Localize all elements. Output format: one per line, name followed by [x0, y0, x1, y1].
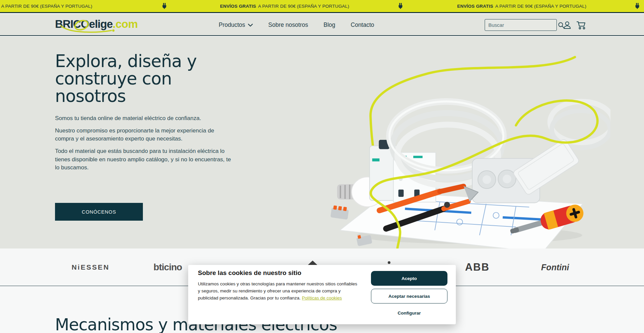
- cart-icon[interactable]: [576, 20, 586, 30]
- plug-icon: [397, 2, 404, 10]
- promo-message: ENVÍOS GRATIS A PARTIR DE 90€ (ESPAÑA Y …: [0, 0, 92, 12]
- account-icon[interactable]: [562, 20, 572, 30]
- plug-icon: [161, 2, 168, 10]
- site-header: BRICOelige.com Productos Sobre nosotros …: [0, 14, 644, 36]
- hero-heading: Explora, diseña y construye con nosotros: [55, 53, 236, 105]
- conocenos-button[interactable]: CONÓCENOS: [55, 203, 143, 221]
- cookie-dialog-body: Utilizamos cookies y otras tecnologías p…: [198, 280, 360, 301]
- brand-logo-fontini[interactable]: Fontini: [533, 248, 577, 286]
- brand-logo-text: bticino: [154, 262, 182, 273]
- nav-item-sobre-nosotros[interactable]: Sobre nosotros: [268, 21, 308, 29]
- promo-rest-text: A PARTIR DE 90€ (ESPAÑA Y PORTUGAL): [1, 4, 92, 9]
- chevron-down-icon: [248, 23, 253, 27]
- search-box: [485, 19, 557, 31]
- promo-message: ENVÍOS GRATIS A PARTIR DE 90€ (ESPAÑA Y …: [457, 0, 586, 12]
- cookie-policy-link[interactable]: Políticas de cookies: [302, 295, 342, 300]
- brand-logo-niessen[interactable]: NiESSEN: [64, 248, 117, 286]
- hero-paragraph: Nuestro compromiso es proporcionarte la …: [55, 127, 233, 143]
- main-nav: Productos Sobre nosotros Blog Contacto: [219, 14, 374, 36]
- nav-item-productos[interactable]: Productos: [219, 21, 253, 29]
- brand-logo-text: NiESSEN: [71, 263, 109, 271]
- configure-cookies-button[interactable]: Configurar: [371, 308, 447, 318]
- promo-rest-text: A PARTIR DE 90€ (ESPAÑA Y PORTUGAL): [258, 4, 349, 9]
- cookie-consent-dialog: Sobre las cookies de nuestro sitio Utili…: [188, 265, 456, 324]
- nav-label: Productos: [219, 21, 245, 29]
- nav-item-contacto[interactable]: Contacto: [351, 21, 374, 29]
- hero-section: Explora, diseña y construye con nosotros…: [0, 37, 644, 248]
- hero-illustration: [329, 37, 610, 248]
- nav-label: Sobre nosotros: [268, 21, 308, 29]
- brand-logo-bticino[interactable]: bticino: [144, 248, 191, 286]
- plug-icon: [634, 2, 641, 10]
- logo-main-text: BRICOelige: [55, 18, 113, 30]
- search-input[interactable]: [485, 22, 558, 28]
- nav-label: Blog: [323, 21, 335, 29]
- promo-banner: ENVÍOS GRATIS A PARTIR DE 90€ (ESPAÑA Y …: [0, 0, 644, 13]
- brand-logo-text: ABB: [465, 261, 489, 273]
- cookie-dialog-title: Sobre las cookies de nuestro sitio: [198, 269, 301, 277]
- accept-cookies-button[interactable]: Acepto: [371, 271, 447, 286]
- nav-label: Contacto: [351, 21, 374, 29]
- accept-necessary-button[interactable]: Aceptar necesarias: [371, 289, 447, 303]
- nav-item-blog[interactable]: Blog: [323, 21, 335, 29]
- promo-bold-text: ENVÍOS GRATIS: [220, 4, 256, 9]
- logo-tld-text: .com: [113, 18, 138, 30]
- partially-hidden-logo-fragment: [308, 261, 317, 265]
- site-logo[interactable]: BRICOelige.com: [55, 18, 142, 33]
- hero-copy: Explora, diseña y construye con nosotros…: [55, 53, 243, 176]
- hero-paragraph: Todo el material que estás buscando para…: [55, 147, 233, 171]
- partially-hidden-logo-fragment: [388, 261, 390, 264]
- promo-message: ENVÍOS GRATIS A PARTIR DE 90€ (ESPAÑA Y …: [220, 0, 349, 12]
- brand-logo-abb[interactable]: ABB: [459, 248, 496, 286]
- cookie-dialog-actions: Acepto Aceptar necesarias Configurar: [371, 271, 447, 318]
- brand-logo-text: Fontini: [541, 263, 569, 272]
- promo-rest-text: A PARTIR DE 90€ (ESPAÑA Y PORTUGAL): [495, 4, 586, 9]
- promo-bold-text: ENVÍOS GRATIS: [457, 4, 493, 9]
- hero-paragraph: Somos tu tienda online de material eléct…: [55, 114, 233, 122]
